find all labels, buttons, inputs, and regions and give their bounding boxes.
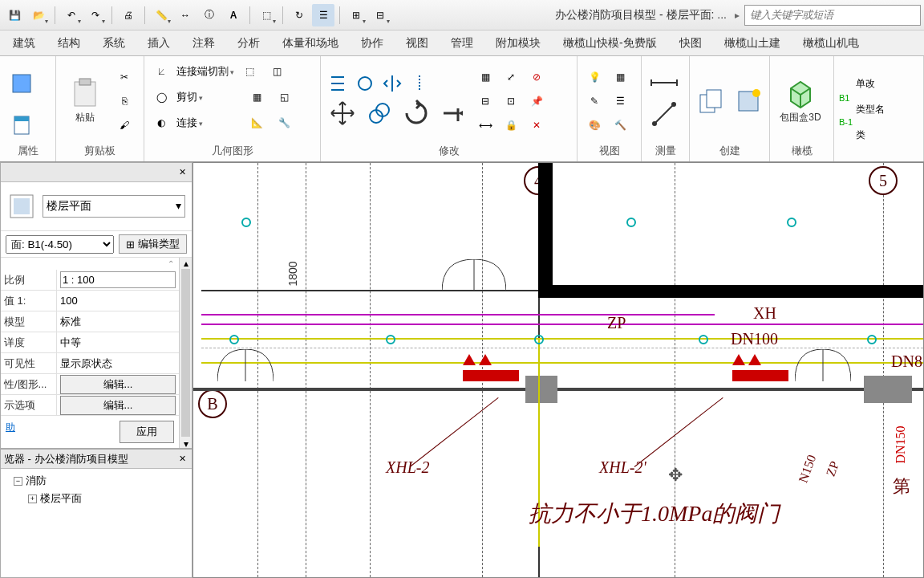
text-button[interactable]: A <box>222 4 245 26</box>
model-display[interactable]: 标准 <box>57 315 179 329</box>
create-group-button[interactable] <box>732 66 765 136</box>
visibility-value[interactable]: 显示原状态 <box>57 356 179 371</box>
properties-button[interactable] <box>5 108 38 142</box>
dimension-button[interactable]: ↔ <box>174 4 197 26</box>
prop-help-link[interactable]: 助 <box>6 421 15 443</box>
view-cut-button[interactable]: ☰ <box>608 90 632 112</box>
tab-insert[interactable]: 插入 <box>136 31 181 55</box>
single-change-button[interactable]: 单改 <box>856 77 875 91</box>
unpin-button[interactable]: ⊘ <box>525 66 549 88</box>
view-paint-button[interactable]: 🎨 <box>582 114 606 136</box>
tree-item-floorplan[interactable]: +楼层平面 <box>4 490 188 507</box>
view-linework-button[interactable]: ✎ <box>582 90 606 112</box>
trim-button[interactable] <box>436 96 470 130</box>
tab-olive-fast[interactable]: 橄榄山快模-免费版 <box>552 31 668 55</box>
expand-icon[interactable]: ▸ <box>735 10 740 21</box>
move-button[interactable] <box>326 96 359 130</box>
measure-between-button[interactable] <box>646 96 682 132</box>
olive-box3d-button[interactable]: 包围盒3D <box>775 66 826 136</box>
cope-tool-2[interactable]: ◫ <box>265 60 289 83</box>
tab-manage[interactable]: 管理 <box>440 31 484 55</box>
tab-annotate[interactable]: 注释 <box>181 31 226 55</box>
scale-input[interactable] <box>60 271 176 288</box>
tab-olive-mep[interactable]: 橄榄山机电 <box>792 31 870 55</box>
redo-button[interactable]: ↷ <box>84 4 107 26</box>
tab-structure[interactable]: 结构 <box>47 31 91 55</box>
align-dim-button[interactable]: ⟷ <box>473 114 497 136</box>
cope-icon[interactable]: ⟀ <box>149 60 173 83</box>
graphics-edit-button[interactable]: 编辑... <box>60 375 176 394</box>
cut-geom-button[interactable]: 剪切 <box>176 90 203 104</box>
match-button[interactable]: 🖌 <box>112 114 136 136</box>
tree-toggle[interactable]: − <box>14 477 22 486</box>
mirror-draw-button[interactable] <box>407 72 432 95</box>
cut-tool-1[interactable]: ▦ <box>245 86 269 108</box>
create-similar-button[interactable] <box>695 66 728 136</box>
view-override-button[interactable]: ▦ <box>608 66 632 88</box>
collapse-icon[interactable]: ⌃ <box>1 258 179 270</box>
category-button[interactable]: 类 <box>856 128 865 142</box>
delete-button[interactable]: ✕ <box>525 114 549 136</box>
detail-level[interactable]: 中等 <box>57 336 179 350</box>
switch-windows-button[interactable]: ⊟ <box>369 4 391 26</box>
copy-button[interactable]: ⎘ <box>112 90 136 112</box>
display-edit-button[interactable]: 编辑... <box>60 396 176 415</box>
apply-button[interactable]: 应用 <box>120 421 174 443</box>
tab-quickdraw[interactable]: 快图 <box>668 31 713 55</box>
mirror-pick-button[interactable] <box>380 72 404 95</box>
tree-toggle[interactable]: + <box>28 495 37 503</box>
open-recent-button[interactable]: 📂 <box>27 4 50 26</box>
cut-geom-icon[interactable]: ◯ <box>149 86 173 108</box>
tab-massing[interactable]: 体量和场地 <box>271 31 350 55</box>
tab-systems[interactable]: 系统 <box>91 31 136 55</box>
measure-dim-button[interactable] <box>646 71 682 95</box>
edit-type-button[interactable]: ⊞编辑类型 <box>119 234 187 254</box>
undo-button[interactable]: ↶ <box>60 4 83 26</box>
typename-button[interactable]: 类型名 <box>856 103 885 116</box>
tree-item-fire[interactable]: −消防 <box>4 472 188 490</box>
tab-analyze[interactable]: 分析 <box>226 31 271 55</box>
browser-close[interactable]: ✕ <box>176 453 188 466</box>
drawing-canvas[interactable]: 4 5 B 1800 <box>192 162 924 578</box>
thin-lines-button[interactable]: ☰ <box>312 4 334 26</box>
split-gap-button[interactable]: ⊡ <box>499 90 523 112</box>
cut-tool-2[interactable]: ◱ <box>272 86 296 108</box>
prop-panel-close[interactable]: ✕ <box>176 166 188 179</box>
lock-button[interactable]: 🔒 <box>499 114 523 136</box>
pin-button[interactable]: 📌 <box>525 90 549 112</box>
rotate-button[interactable] <box>399 96 433 130</box>
tag-button[interactable]: ⓘ <box>198 4 221 26</box>
align-button[interactable] <box>326 72 350 95</box>
join-tool-2[interactable]: 🔧 <box>272 112 296 134</box>
tab-view[interactable]: 视图 <box>395 31 440 55</box>
split-button[interactable]: ⊟ <box>473 90 497 112</box>
copy-move-button[interactable] <box>363 96 396 130</box>
join-geom-button[interactable]: 连接 <box>176 116 203 130</box>
tab-architecture[interactable]: 建筑 <box>2 31 47 55</box>
save-button[interactable]: 💾 <box>3 4 26 26</box>
array-button[interactable]: ▦ <box>473 66 497 88</box>
view-hide-button[interactable]: 💡 <box>582 66 606 88</box>
tab-collab[interactable]: 协作 <box>350 31 395 55</box>
sync-button[interactable]: ↻ <box>288 4 310 26</box>
instance-selector[interactable]: 面: B1(-4.50) <box>6 235 114 254</box>
print-button[interactable]: 🖨 <box>117 4 140 26</box>
measure-button[interactable]: 📏 <box>150 4 172 26</box>
tab-olive-arch[interactable]: 橄榄山土建 <box>713 31 792 55</box>
paste-button[interactable]: 粘贴 <box>61 65 109 137</box>
tab-addins[interactable]: 附加模块 <box>484 31 552 55</box>
type-selector[interactable]: 楼层平面▾ <box>43 195 185 218</box>
offset-button[interactable] <box>353 72 377 95</box>
view-demolish-button[interactable]: 🔨 <box>608 114 632 136</box>
join-geom-icon[interactable]: ◐ <box>149 112 173 134</box>
3d-view-button[interactable]: ⬚ <box>255 4 278 26</box>
cope-button[interactable]: 连接端切割 <box>176 64 234 79</box>
close-hidden-button[interactable]: ⊞ <box>345 4 367 26</box>
modify-button[interactable] <box>5 60 38 107</box>
prop-scrollbar[interactable]: ▴▾ <box>179 258 192 448</box>
cut-button[interactable]: ✂ <box>112 66 136 88</box>
join-tool-1[interactable]: 📐 <box>245 112 269 134</box>
search-input[interactable] <box>744 5 921 26</box>
scale-button[interactable]: ⤢ <box>499 66 523 88</box>
cope-tool-1[interactable]: ⬚ <box>237 60 261 83</box>
